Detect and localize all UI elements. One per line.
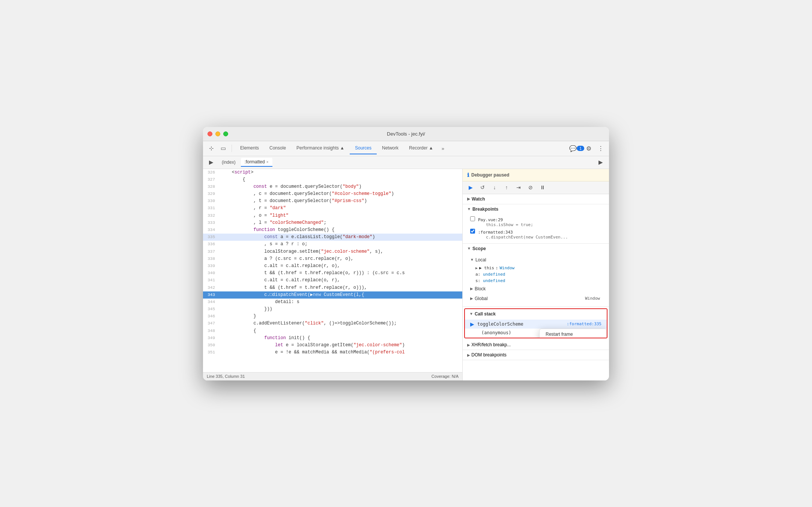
tab-navigation: Elements Console Performance insights ▲ … bbox=[235, 142, 570, 154]
xhr-label: XHR/fetch breakp... bbox=[471, 342, 511, 347]
code-line-347: 347 c.addEventListener("click", ()=>togg… bbox=[203, 320, 462, 327]
bp1-location: Pay.vue:29 bbox=[478, 217, 503, 222]
pause-on-exceptions-button[interactable]: ⏸ bbox=[538, 183, 547, 192]
tab-sources[interactable]: Sources bbox=[350, 142, 377, 154]
breakpoints-section: ▼ Breakpoints Pay.vue:29 this.isShow = t… bbox=[463, 204, 609, 244]
coverage-status: Coverage: N/A bbox=[432, 374, 459, 379]
tab-console[interactable]: Console bbox=[264, 142, 291, 154]
code-line-338: 338 a ? (c.src = c.src.replace(r, o), bbox=[203, 255, 462, 263]
code-line-326: 326 <script> bbox=[203, 169, 462, 176]
debugger-paused-label: Debugger paused bbox=[471, 172, 509, 178]
xhr-section[interactable]: ▶ XHR/fetch breakp... bbox=[463, 340, 609, 350]
local-scope-items: ▶ ▶ this: Window a: undefined s: bbox=[470, 265, 604, 284]
scope-s: s: undefined bbox=[475, 278, 604, 284]
call-stack-triangle: ▼ bbox=[469, 312, 473, 316]
block-scope-header[interactable]: ▶ Block bbox=[470, 284, 604, 294]
divider bbox=[232, 145, 232, 152]
step-into-button[interactable]: ↓ bbox=[490, 183, 499, 192]
title-bar: DevTools - jec.fyi/ bbox=[203, 127, 609, 141]
code-line-351: 351 e = !e && matchMedia && matchMedia("… bbox=[203, 349, 462, 356]
tab-network[interactable]: Network bbox=[377, 142, 404, 154]
dom-label: DOM breakpoints bbox=[471, 352, 506, 358]
info-icon: ℹ bbox=[467, 172, 469, 178]
code-line-345: 345 })) bbox=[203, 306, 462, 313]
minimize-button[interactable] bbox=[215, 131, 220, 136]
breakpoint-2-detail: :formatted:343 c.dispatchEvent(new Custo… bbox=[478, 229, 568, 240]
tab-performance[interactable]: Performance insights ▲ bbox=[291, 142, 350, 154]
file-tree-icon[interactable]: ▶ bbox=[206, 157, 217, 167]
code-line-343: 343 c.□dispatchEvent(▶new CustomEvent(l,… bbox=[203, 291, 462, 299]
a-val: undefined bbox=[483, 272, 505, 277]
current-frame-arrow: ▶ bbox=[470, 321, 474, 327]
tab-elements[interactable]: Elements bbox=[235, 142, 264, 154]
dom-section[interactable]: ▶ DOM breakpoints bbox=[463, 350, 609, 360]
main-content: 326 <script> 327 { 328 const e = documen… bbox=[203, 169, 609, 380]
cursor-position: Line 335, Column 31 bbox=[207, 374, 245, 379]
traffic-lights bbox=[208, 131, 228, 136]
code-line-342: 342 t && (t.href = t.href.replace(r, o))… bbox=[203, 284, 462, 291]
call-stack-label: Call stack bbox=[475, 311, 496, 317]
scope-content: ▼ Local ▶ ▶ this: Window bbox=[463, 253, 609, 306]
bp2-code: c.dispatchEvent(new CustomEven... bbox=[478, 235, 568, 240]
code-line-334: 334 function toggleColorScheme() { bbox=[203, 226, 462, 234]
code-panel: 326 <script> 327 { 328 const e = documen… bbox=[203, 169, 463, 380]
tab-recorder[interactable]: Recorder ▲ bbox=[404, 142, 439, 154]
chat-icon[interactable]: 💬 1 bbox=[571, 143, 582, 154]
breakpoints-triangle: ▼ bbox=[467, 207, 471, 211]
breakpoint-1-checkbox[interactable] bbox=[470, 216, 475, 221]
breakpoint-2: :formatted:343 c.dispatchEvent(new Custo… bbox=[470, 228, 604, 240]
block-label: Block bbox=[475, 286, 486, 291]
watch-triangle: ▶ bbox=[467, 197, 470, 201]
stack-fn-1: toggleColorScheme bbox=[477, 321, 564, 327]
format-icon[interactable]: ▶ bbox=[595, 157, 606, 167]
settings-icon[interactable]: ⚙ bbox=[583, 143, 594, 154]
window-title: DevTools - jec.fyi/ bbox=[387, 131, 425, 137]
file-tab-formatted[interactable]: :formatted × bbox=[241, 158, 272, 167]
main-toolbar: ⊹ ▭ Elements Console Performance insight… bbox=[203, 141, 609, 156]
close-button[interactable] bbox=[208, 131, 212, 136]
block-triangle: ▶ bbox=[470, 287, 473, 291]
code-editor[interactable]: 326 <script> 327 { 328 const e = documen… bbox=[203, 169, 462, 372]
maximize-button[interactable] bbox=[223, 131, 228, 136]
breakpoints-label: Breakpoints bbox=[472, 207, 498, 212]
deactivate-breakpoints-button[interactable]: ⊘ bbox=[526, 183, 535, 192]
global-val: Window bbox=[585, 296, 600, 301]
this-expand[interactable]: ▶ ▶ this: Window bbox=[475, 266, 604, 270]
code-line-346: 346 } bbox=[203, 313, 462, 320]
step-over-button[interactable]: ↺ bbox=[478, 183, 487, 192]
watch-label: Watch bbox=[472, 196, 485, 202]
global-scope-header[interactable]: ▶ Global Window bbox=[470, 294, 604, 303]
ctx-restart-frame[interactable]: Restart frame bbox=[540, 329, 606, 338]
breakpoints-header[interactable]: ▼ Breakpoints bbox=[463, 204, 609, 214]
code-line-340: 340 t && (t.href = t.href.replace(o, r))… bbox=[203, 270, 462, 277]
more-options-icon[interactable]: ⋮ bbox=[595, 143, 606, 154]
scope-this[interactable]: ▶ ▶ this: Window bbox=[475, 265, 604, 271]
file-tab-index[interactable]: (index) bbox=[218, 158, 239, 166]
resume-button[interactable]: ▶ bbox=[466, 183, 475, 192]
stack-loc-1: :formatted:335 bbox=[567, 321, 601, 326]
close-tab-icon[interactable]: × bbox=[266, 160, 269, 164]
local-scope-header[interactable]: ▼ Local bbox=[470, 255, 604, 265]
global-triangle: ▶ bbox=[470, 296, 473, 300]
scope-triangle: ▼ bbox=[467, 246, 471, 250]
scope-a: a: undefined bbox=[475, 271, 604, 278]
cursor-icon[interactable]: ⊹ bbox=[206, 143, 217, 154]
call-stack-header[interactable]: ▼ Call stack bbox=[465, 309, 607, 319]
step-button[interactable]: ⇥ bbox=[514, 183, 523, 192]
more-tabs[interactable]: » bbox=[439, 143, 447, 154]
device-toggle-icon[interactable]: ▭ bbox=[218, 143, 229, 154]
code-line-331: 331 , r = "dark" bbox=[203, 205, 462, 212]
breakpoint-1-detail: Pay.vue:29 this.isShow = true; bbox=[478, 217, 533, 227]
sub-toolbar-right: ▶ bbox=[595, 157, 606, 167]
stack-frame-1[interactable]: ▶ toggleColorScheme :formatted:335 bbox=[465, 320, 607, 329]
call-stack-section: ▼ Call stack ▶ toggleColorScheme :format… bbox=[464, 308, 607, 338]
right-panel-scroll: ▶ Watch ▼ Breakpoints Pay.vue:29 bbox=[463, 194, 609, 380]
scope-header[interactable]: ▼ Scope bbox=[463, 244, 609, 253]
badge: 1 bbox=[577, 146, 584, 151]
watch-header[interactable]: ▶ Watch bbox=[463, 194, 609, 204]
xhr-triangle: ▶ bbox=[467, 343, 470, 347]
breakpoints-content: Pay.vue:29 this.isShow = true; :formatte… bbox=[463, 214, 609, 243]
step-out-button[interactable]: ↑ bbox=[502, 183, 511, 192]
this-val: Window bbox=[499, 266, 514, 270]
breakpoint-2-checkbox[interactable] bbox=[470, 229, 475, 234]
